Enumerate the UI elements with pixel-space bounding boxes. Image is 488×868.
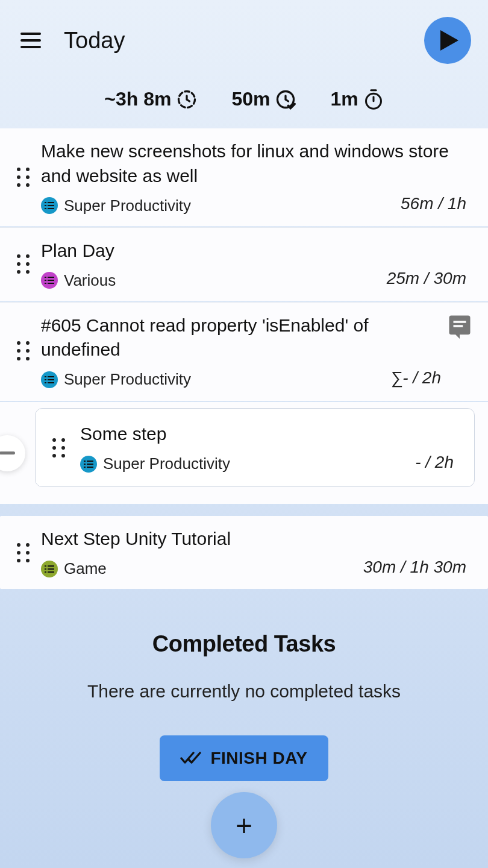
svg-rect-25 (87, 464, 93, 465)
list-icon (80, 456, 97, 473)
svg-rect-17 (48, 376, 54, 377)
svg-rect-9 (48, 208, 54, 209)
svg-rect-20 (45, 382, 46, 383)
task-row[interactable]: Next Step Unity Tutorial Game 30m / 1h 3… (0, 516, 488, 589)
svg-rect-7 (48, 205, 54, 206)
svg-rect-5 (48, 202, 54, 203)
menu-button[interactable] (20, 27, 47, 54)
drag-handle[interactable] (44, 422, 73, 473)
completed-empty-message: There are currently no completed tasks (75, 679, 413, 704)
project-name: Super Productivity (103, 454, 230, 473)
subtask-row[interactable]: Some step Super Productivity - / 2h (35, 408, 475, 487)
svg-rect-19 (48, 379, 54, 380)
drag-handle[interactable] (8, 139, 37, 215)
page-title: Today (64, 28, 125, 54)
spent-time: 50m (231, 88, 296, 110)
svg-rect-29 (48, 565, 54, 567)
timer-time: 1m (330, 88, 383, 110)
project-name: Super Productivity (64, 370, 191, 389)
svg-rect-32 (45, 571, 46, 573)
drag-icon (17, 254, 30, 274)
task-title: Make new screenshots for linux and windo… (41, 139, 466, 188)
plus-icon: + (236, 809, 252, 842)
collapse-subtasks-button[interactable] (0, 435, 25, 471)
svg-rect-11 (48, 277, 54, 278)
project-tag[interactable]: Super Productivity (41, 370, 191, 389)
task-list: Make new screenshots for linux and windo… (0, 128, 488, 589)
svg-rect-30 (45, 568, 46, 570)
play-button[interactable] (424, 17, 471, 64)
double-check-icon (180, 751, 202, 766)
task-time: 25m / 30m (387, 269, 466, 288)
drag-icon (17, 543, 30, 562)
list-icon (41, 272, 58, 289)
project-tag[interactable]: Game (41, 559, 107, 578)
note-icon[interactable] (447, 313, 472, 339)
task-time: ∑- / 2h (390, 368, 441, 388)
task-time: 30m / 1h 30m (363, 558, 466, 577)
subtask-time: - / 2h (415, 453, 454, 472)
completed-section: Completed Tasks There are currently no c… (0, 589, 488, 781)
stopwatch-icon (363, 89, 384, 110)
svg-rect-15 (48, 283, 54, 284)
subtask-title: Some step (80, 422, 454, 447)
svg-rect-27 (87, 467, 93, 468)
play-icon (440, 30, 458, 51)
task-row[interactable]: #605 Cannot read property 'isEnabled' of… (0, 302, 488, 401)
svg-rect-12 (45, 280, 46, 281)
task-title: Plan Day (41, 239, 466, 263)
list-icon (41, 371, 58, 388)
svg-rect-16 (45, 376, 46, 377)
estimated-time-value: ~3h 8m (104, 88, 171, 110)
svg-rect-23 (87, 461, 93, 462)
svg-rect-8 (45, 208, 46, 209)
svg-rect-33 (48, 571, 54, 573)
project-name: Super Productivity (64, 197, 191, 215)
add-task-fab[interactable]: + (211, 792, 277, 858)
task-row[interactable]: Plan Day Various 25m / 30m (0, 227, 488, 301)
list-icon (41, 561, 58, 577)
project-name: Various (64, 271, 116, 290)
svg-rect-6 (45, 205, 46, 206)
svg-rect-13 (48, 280, 54, 281)
svg-rect-14 (45, 283, 46, 284)
project-tag[interactable]: Various (41, 271, 116, 290)
project-name: Game (64, 559, 107, 578)
svg-rect-4 (45, 202, 46, 203)
svg-rect-31 (48, 568, 54, 570)
app-header: Today (0, 0, 488, 75)
subtask-container: Some step Super Productivity - / 2h (0, 402, 488, 504)
drag-handle[interactable] (8, 239, 37, 290)
svg-rect-10 (45, 277, 46, 278)
completed-heading: Completed Tasks (24, 631, 464, 657)
svg-rect-24 (84, 464, 86, 465)
drag-icon (17, 341, 30, 360)
clock-estimate-icon (176, 89, 198, 110)
task-row[interactable]: Make new screenshots for linux and windo… (0, 128, 488, 226)
finish-day-label: FINISH DAY (210, 749, 307, 768)
time-summary-row: ~3h 8m 50m 1m (0, 75, 488, 128)
finish-day-button[interactable]: FINISH DAY (160, 735, 328, 781)
drag-handle[interactable] (8, 527, 37, 578)
svg-rect-21 (48, 382, 54, 383)
timer-time-value: 1m (330, 88, 358, 110)
drag-icon (17, 168, 30, 187)
task-title: Next Step Unity Tutorial (41, 527, 466, 552)
svg-rect-18 (45, 379, 46, 380)
clock-done-icon (275, 89, 296, 110)
spent-time-value: 50m (231, 88, 270, 110)
project-tag[interactable]: Super Productivity (41, 197, 191, 215)
svg-rect-28 (45, 565, 46, 567)
estimated-time: ~3h 8m (104, 88, 198, 110)
drag-icon (52, 438, 65, 458)
svg-rect-22 (84, 461, 86, 462)
list-icon (41, 197, 58, 214)
project-tag[interactable]: Super Productivity (80, 454, 230, 473)
svg-rect-26 (84, 467, 86, 468)
drag-handle[interactable] (8, 313, 37, 389)
task-title: #605 Cannot read property 'isEnabled' of… (41, 313, 441, 362)
svg-marker-0 (440, 30, 458, 51)
task-time: 56m / 1h (401, 194, 466, 213)
